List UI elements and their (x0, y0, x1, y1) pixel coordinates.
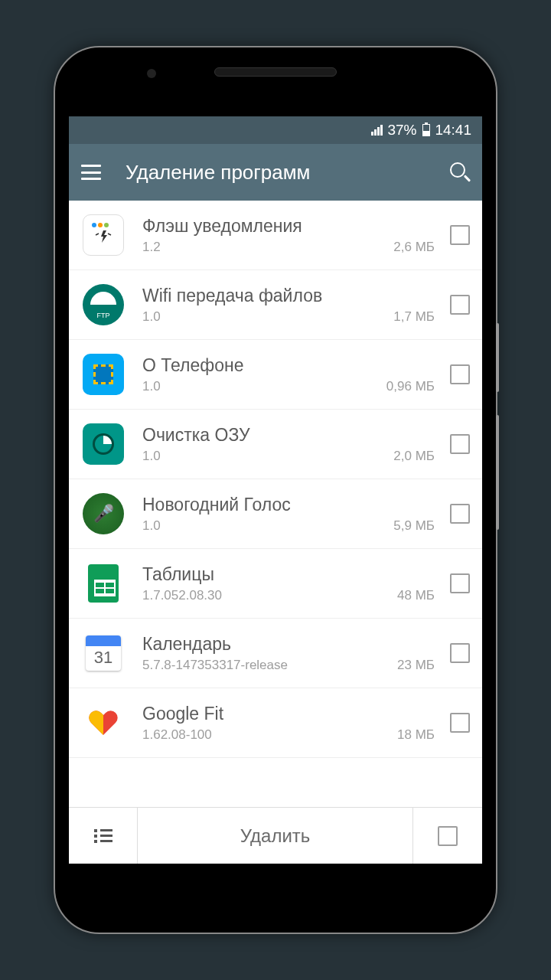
app-name: Google Fit (142, 704, 435, 724)
app-version: 5.7.8-147353317-release (142, 658, 288, 673)
search-icon[interactable] (450, 162, 470, 182)
list-item[interactable]: Календарь 5.7.8-147353317-release 23 МБ (69, 619, 482, 688)
svg-point-0 (92, 223, 96, 227)
app-info: Очистка ОЗУ 1.0 2,0 МБ (142, 425, 435, 464)
app-icon-sheets (83, 563, 124, 604)
list-item[interactable]: Флэш уведомления 1.2 2,6 МБ (69, 201, 482, 270)
app-size: 2,6 МБ (393, 240, 435, 255)
battery-percent: 37% (387, 122, 416, 139)
delete-button[interactable]: Удалить (138, 808, 413, 864)
svg-point-1 (98, 223, 103, 227)
select-checkbox[interactable] (450, 364, 470, 384)
app-icon-flash (83, 214, 124, 256)
app-name: О Телефоне (142, 355, 435, 376)
app-version: 1.2 (142, 240, 161, 255)
select-checkbox[interactable] (450, 643, 470, 663)
app-version: 1.0 (142, 379, 161, 394)
app-size: 23 МБ (397, 658, 435, 673)
list-item[interactable]: Wifi передача файлов 1.0 1,7 МБ (69, 270, 482, 340)
app-info: Google Fit 1.62.08-100 18 МБ (142, 704, 435, 743)
select-checkbox[interactable] (450, 573, 470, 593)
app-size: 2,0 МБ (393, 449, 435, 464)
app-info: Таблицы 1.7.052.08.30 48 МБ (142, 564, 435, 603)
select-checkbox[interactable] (450, 713, 470, 733)
app-version: 1.0 (142, 518, 161, 534)
select-checkbox[interactable] (450, 295, 470, 315)
select-checkbox[interactable] (450, 504, 470, 524)
select-all-checkbox[interactable] (438, 826, 458, 846)
list-icon (94, 829, 112, 843)
status-bar: 37% 14:41 (69, 116, 482, 144)
app-name: Календарь (142, 634, 435, 655)
app-size: 1,7 МБ (393, 309, 435, 325)
phone-volume-button (496, 415, 499, 530)
hamburger-icon[interactable] (81, 165, 101, 180)
app-icon-cpu (83, 354, 124, 395)
list-item[interactable]: Google Fit 1.62.08-100 18 МБ (69, 688, 482, 758)
select-checkbox[interactable] (450, 225, 470, 245)
svg-line-4 (108, 234, 111, 235)
phone-side-button (496, 323, 499, 392)
screen: 37% 14:41 Удаление программ Флэш уведомл… (69, 116, 482, 864)
app-version: 1.0 (142, 309, 161, 325)
list-item[interactable]: О Телефоне 1.0 0,96 МБ (69, 340, 482, 410)
app-bar: Удаление программ (69, 144, 482, 201)
phone-bezel: 37% 14:41 Удаление программ Флэш уведомл… (69, 61, 482, 919)
app-icon-ram (83, 423, 124, 465)
app-name: Таблицы (142, 564, 435, 585)
view-mode-button[interactable] (69, 808, 138, 864)
select-checkbox[interactable] (450, 434, 470, 454)
app-info: О Телефоне 1.0 0,96 МБ (142, 355, 435, 394)
app-version: 1.62.08-100 (142, 727, 212, 743)
app-name: Флэш уведомления (142, 216, 435, 237)
app-icon-voice (83, 493, 124, 534)
signal-icon (371, 125, 383, 136)
list-item[interactable]: Новогодний Голос 1.0 5,9 МБ (69, 479, 482, 549)
svg-line-3 (96, 234, 99, 235)
app-version: 1.0 (142, 449, 161, 464)
app-info: Wifi передача файлов 1.0 1,7 МБ (142, 286, 435, 325)
app-size: 0,96 МБ (386, 379, 435, 394)
bottom-bar: Удалить (69, 807, 482, 864)
app-size: 48 МБ (397, 588, 435, 603)
app-name: Очистка ОЗУ (142, 425, 435, 446)
app-name: Новогодний Голос (142, 495, 435, 515)
phone-speaker (214, 67, 337, 77)
svg-point-2 (104, 223, 109, 227)
app-icon-calendar (83, 632, 124, 674)
page-title: Удаление программ (126, 161, 450, 185)
clock: 14:41 (435, 122, 471, 139)
phone-camera (147, 69, 156, 78)
app-name: Wifi передача файлов (142, 286, 435, 306)
app-list[interactable]: Флэш уведомления 1.2 2,6 МБ Wifi передач… (69, 201, 482, 807)
phone-frame: 37% 14:41 Удаление программ Флэш уведомл… (54, 46, 497, 934)
app-version: 1.7.052.08.30 (142, 588, 222, 603)
app-size: 5,9 МБ (393, 518, 435, 534)
select-all-button[interactable] (413, 808, 482, 864)
app-size: 18 МБ (397, 727, 435, 743)
app-info: Календарь 5.7.8-147353317-release 23 МБ (142, 634, 435, 673)
list-item[interactable]: Очистка ОЗУ 1.0 2,0 МБ (69, 410, 482, 479)
list-item[interactable]: Таблицы 1.7.052.08.30 48 МБ (69, 549, 482, 619)
battery-icon (422, 124, 430, 136)
app-info: Новогодний Голос 1.0 5,9 МБ (142, 495, 435, 534)
app-icon-wifi (83, 284, 124, 325)
app-icon-fit (83, 702, 124, 743)
app-info: Флэш уведомления 1.2 2,6 МБ (142, 216, 435, 255)
